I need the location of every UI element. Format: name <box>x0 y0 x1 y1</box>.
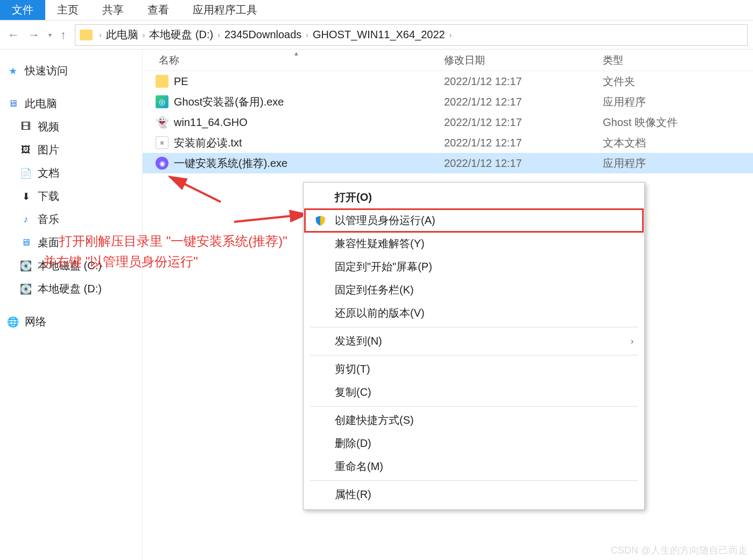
nav-forward-icon[interactable]: → <box>26 26 42 44</box>
ctx-restore[interactable]: 还原以前的版本(V) <box>305 302 643 325</box>
txt-icon: ≡ <box>156 136 168 149</box>
folder-icon <box>156 75 168 88</box>
sidebar-this-pc[interactable]: 🖥此电脑 <box>0 92 142 115</box>
breadcrumb-item[interactable]: 2345Downloads <box>224 29 301 41</box>
sidebar-documents[interactable]: 📄文档 <box>0 162 142 185</box>
sidebar-music[interactable]: ♪音乐 <box>0 208 142 231</box>
file-row-selected[interactable]: ◉一键安装系统(推荐).exe 2022/1/12 12:17应用程序 <box>143 153 753 173</box>
annotation-arrow-icon <box>161 172 226 205</box>
sidebar-pictures[interactable]: 🖼图片 <box>0 138 142 162</box>
ctx-rename[interactable]: 重命名(M) <box>305 455 643 478</box>
sort-asc-icon: ▲ <box>293 50 299 57</box>
annotation-text: 并右键 "以管理员身份运行" <box>43 253 198 270</box>
tab-file[interactable]: 文件 <box>0 0 45 20</box>
ctx-compat[interactable]: 兼容性疑难解答(Y) <box>305 232 643 255</box>
download-icon: ⬇ <box>19 191 32 202</box>
svg-line-0 <box>170 177 221 202</box>
file-row[interactable]: 👻win11_64.GHO 2022/1/12 12:17Ghost 映像文件 <box>143 112 753 132</box>
breadcrumb-item[interactable]: 本地硬盘 (D:) <box>149 27 213 42</box>
ctx-run-as-admin[interactable]: 以管理员身份运行(A) <box>305 209 643 232</box>
ctx-sendto[interactable]: 发送到(N)› <box>305 330 643 353</box>
sidebar-videos[interactable]: 🎞视频 <box>0 115 142 138</box>
column-headers: ▲名称 修改日期 类型 <box>143 50 753 71</box>
tab-share[interactable]: 共享 <box>90 0 136 20</box>
nav-up-icon[interactable]: ↑ <box>58 26 68 44</box>
ctx-cut[interactable]: 剪切(T) <box>305 358 643 381</box>
watermark: CSDN @人生的方向随自己而走 <box>611 544 748 557</box>
file-row[interactable]: ≡安装前必读.txt 2022/1/12 12:17文本文档 <box>143 132 753 153</box>
drive-icon: 💽 <box>19 261 32 271</box>
pictures-icon: 🖼 <box>19 145 32 156</box>
sidebar-downloads[interactable]: ⬇下载 <box>0 185 142 208</box>
chevron-right-icon: › <box>446 31 455 39</box>
sidebar-quick-access[interactable]: ★快速访问 <box>0 59 142 82</box>
svg-line-1 <box>234 214 307 222</box>
separator <box>310 327 638 327</box>
tab-view[interactable]: 查看 <box>136 0 181 20</box>
separator <box>310 355 638 355</box>
file-row[interactable]: ◎Ghost安装器(备用).exe 2022/1/12 12:17应用程序 <box>143 92 753 112</box>
drive-icon: 💽 <box>19 284 32 295</box>
col-name[interactable]: ▲名称 <box>143 53 444 67</box>
tab-home[interactable]: 主页 <box>45 0 90 20</box>
nav-back-icon[interactable]: ← <box>5 26 22 44</box>
desktop-icon: 🖥 <box>19 237 32 248</box>
star-icon: ★ <box>6 66 19 76</box>
col-date[interactable]: 修改日期 <box>444 53 603 67</box>
file-row[interactable]: PE 2022/1/12 12:17文件夹 <box>143 71 753 92</box>
ctx-copy[interactable]: 复制(C) <box>305 381 643 404</box>
chevron-right-icon: › <box>96 31 105 39</box>
video-icon: 🎞 <box>19 122 32 132</box>
ctx-open[interactable]: 打开(O) <box>305 186 643 209</box>
network-icon: 🌐 <box>6 317 19 327</box>
ribbon-tabs: 文件 主页 共享 查看 应用程序工具 <box>0 0 753 20</box>
ctx-properties[interactable]: 属性(R) <box>305 483 643 506</box>
chevron-right-icon: › <box>214 31 223 39</box>
exe-icon: ◎ <box>156 95 168 108</box>
exe-icon: ◉ <box>156 157 168 170</box>
separator <box>310 480 638 481</box>
annotation-text: 打开刚解压目录里 "一键安装系统(推荐)" <box>59 233 287 250</box>
nav-sidebar: ★快速访问 🖥此电脑 🎞视频 🖼图片 📄文档 ⬇下载 ♪音乐 🖥桌面 💽本地磁盘… <box>0 50 143 560</box>
gho-icon: 👻 <box>156 116 168 129</box>
chevron-right-icon: › <box>302 31 312 39</box>
chevron-right-icon: › <box>139 31 149 39</box>
nav-recent-icon[interactable]: ▾ <box>46 29 54 41</box>
ctx-shortcut[interactable]: 创建快捷方式(S) <box>305 409 643 432</box>
pc-icon: 🖥 <box>6 99 19 109</box>
shield-icon <box>314 215 326 227</box>
breadcrumb-item[interactable]: GHOST_WIN11_X64_2022 <box>313 29 445 41</box>
sidebar-ddrive[interactable]: 💽本地硬盘 (D:) <box>0 277 142 300</box>
chevron-right-icon: › <box>631 337 634 346</box>
ctx-pin-start[interactable]: 固定到"开始"屏幕(P) <box>305 255 643 278</box>
context-menu: 打开(O) 以管理员身份运行(A) 兼容性疑难解答(Y) 固定到"开始"屏幕(P… <box>303 182 645 510</box>
document-icon: 📄 <box>19 168 32 179</box>
annotation-arrow-icon <box>231 205 312 226</box>
breadcrumb[interactable]: › 此电脑 › 本地硬盘 (D:) › 2345Downloads › GHOS… <box>75 24 748 46</box>
sidebar-network[interactable]: 🌐网络 <box>0 310 142 333</box>
ctx-delete[interactable]: 删除(D) <box>305 432 643 455</box>
col-type[interactable]: 类型 <box>603 53 753 67</box>
tab-apptools[interactable]: 应用程序工具 <box>181 0 269 20</box>
ctx-pin-taskbar[interactable]: 固定到任务栏(K) <box>305 278 643 302</box>
breadcrumb-item[interactable]: 此电脑 <box>106 27 138 42</box>
music-icon: ♪ <box>19 214 32 225</box>
folder-icon <box>80 30 93 40</box>
separator <box>310 406 638 407</box>
address-bar: ← → ▾ ↑ › 此电脑 › 本地硬盘 (D:) › 2345Download… <box>0 20 753 50</box>
